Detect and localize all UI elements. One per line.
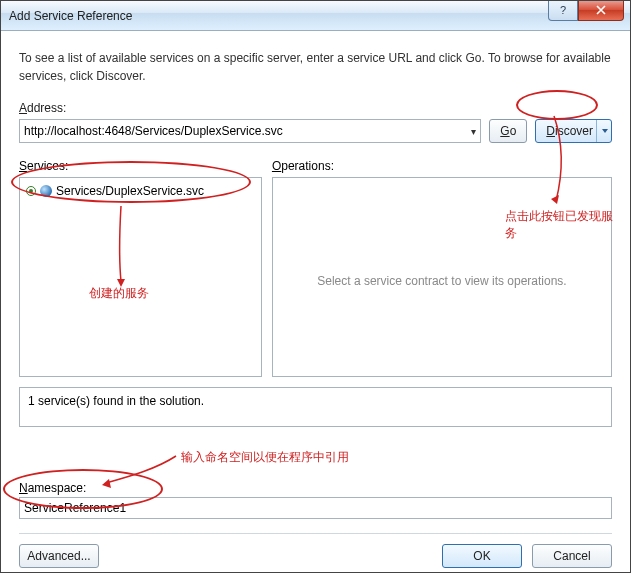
- ok-button[interactable]: OK: [442, 544, 522, 568]
- titlebar[interactable]: Add Service Reference ?: [1, 1, 630, 31]
- window-buttons: ?: [548, 1, 624, 21]
- close-button[interactable]: [578, 1, 624, 21]
- operations-label: Operations:: [272, 159, 612, 173]
- advanced-button[interactable]: Advanced...: [19, 544, 99, 568]
- service-item[interactable]: Services/DuplexService.svc: [26, 184, 255, 198]
- dropdown-arrow-icon: ▾: [471, 126, 476, 137]
- status-text: 1 service(s) found in the solution.: [28, 394, 204, 408]
- globe-icon: [40, 185, 52, 197]
- help-button[interactable]: ?: [548, 1, 578, 21]
- separator: [19, 533, 612, 534]
- go-button[interactable]: Go: [489, 119, 527, 143]
- dialog-window: Add Service Reference ? To see a list of…: [0, 0, 631, 573]
- services-list[interactable]: Services/DuplexService.svc: [19, 177, 262, 377]
- status-box: 1 service(s) found in the solution.: [19, 387, 612, 427]
- address-combobox[interactable]: http://localhost:4648/Services/DuplexSer…: [19, 119, 481, 143]
- services-label: Services:: [19, 159, 262, 173]
- window-title: Add Service Reference: [9, 9, 548, 23]
- address-value: http://localhost:4648/Services/DuplexSer…: [24, 124, 283, 138]
- instructions-text: To see a list of available services on a…: [19, 49, 612, 85]
- namespace-input[interactable]: [19, 497, 612, 519]
- operations-list: Select a service contract to view its op…: [272, 177, 612, 377]
- discover-button[interactable]: Discover: [535, 119, 612, 143]
- operations-placeholder: Select a service contract to view its op…: [279, 274, 605, 288]
- namespace-label: Namespace:: [19, 481, 612, 495]
- radio-icon: [26, 186, 36, 196]
- chevron-down-icon: [602, 129, 608, 133]
- service-item-label: Services/DuplexService.svc: [56, 184, 204, 198]
- dialog-content: To see a list of available services on a…: [1, 31, 630, 573]
- cancel-button[interactable]: Cancel: [532, 544, 612, 568]
- annotation-text-namespace: 输入命名空间以便在程序中引用: [181, 449, 349, 466]
- address-label: Address:: [19, 101, 612, 115]
